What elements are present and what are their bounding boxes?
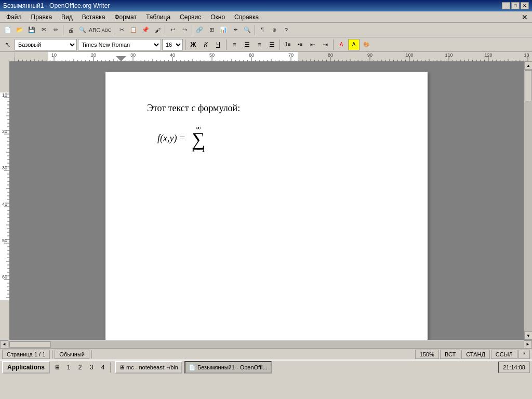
mc-icon: 🖥 [119, 364, 125, 370]
taskbar-time: 21:14:08 [498, 362, 530, 373]
save-button[interactable]: 💾 [26, 24, 37, 36]
numbering-button[interactable]: 1≡ [282, 39, 294, 50]
scroll-down-button[interactable]: ▼ [524, 331, 532, 340]
maximize-button[interactable]: □ [511, 2, 520, 9]
document-area[interactable]: Этот текст с формулой: f(x,y) = ∞ ∑ x = … [9, 61, 524, 340]
scroll-thumb-h[interactable] [9, 341, 51, 348]
autocorrect-button[interactable]: ABC [101, 24, 112, 36]
page-info: Страница 1 / 1 [2, 350, 50, 359]
format-paint-button[interactable]: 🖌 [152, 24, 163, 36]
scroll-thumb-v[interactable] [525, 70, 532, 101]
hyperlink-button[interactable]: 🔗 [194, 24, 205, 36]
copy-button[interactable]: 📋 [128, 24, 139, 36]
mc-label: mc - notebeast:~/bin [126, 364, 178, 370]
redo-button[interactable]: ↪ [179, 24, 190, 36]
document-page[interactable]: Этот текст с формулой: f(x,y) = ∞ ∑ x = … [105, 72, 428, 340]
tb1-sep3 [165, 25, 165, 35]
edit-doc-button[interactable]: ✏ [50, 24, 61, 36]
formula-function: f(x,y) = [157, 133, 185, 144]
font-color-button[interactable]: A [336, 39, 347, 50]
new-button[interactable]: 📄 [2, 24, 14, 36]
menu-help[interactable]: Справка [230, 12, 263, 22]
selection-mode[interactable]: СТАНД [461, 350, 490, 359]
zoom-info[interactable]: 150% [415, 350, 439, 359]
menu-window[interactable]: Окно [206, 12, 229, 22]
quick-launch-bar: 🖥 1 2 3 4 [52, 362, 111, 373]
nonprinting-button[interactable]: ¶ [257, 24, 268, 36]
italic-button[interactable]: К [200, 39, 211, 50]
ql-3[interactable]: 3 [86, 362, 97, 373]
background-color-button[interactable]: 🎨 [361, 39, 372, 50]
menu-edit[interactable]: Правка [27, 12, 57, 22]
scroll-track-h[interactable] [8, 341, 524, 348]
document-text: Этот текст с формулой: [147, 103, 386, 114]
paste-button[interactable]: 📌 [140, 24, 151, 36]
underline-button[interactable]: Ч [212, 39, 224, 50]
draw-button[interactable]: ✒ [230, 24, 241, 36]
preview-button[interactable]: 🔍 [77, 24, 88, 36]
menu-insert[interactable]: Вставка [78, 12, 110, 22]
hyperlink-mode[interactable]: ССЫЛ [491, 350, 517, 359]
main-area: Этот текст с формулой: f(x,y) = ∞ ∑ x = … [0, 61, 532, 340]
writer-label: Безымянный1 - OpenOffi... [197, 364, 268, 370]
table-button[interactable]: ⊞ [206, 24, 217, 36]
scroll-right-button[interactable]: ► [524, 340, 532, 349]
align-right-button[interactable]: ≡ [254, 39, 265, 50]
scrollbar-vertical: ▲ ▼ [524, 61, 532, 340]
align-center-button[interactable]: ☰ [241, 39, 252, 50]
extra-status: * [518, 350, 530, 359]
menu-view[interactable]: Вид [57, 12, 77, 22]
tb2-sep2 [226, 39, 227, 50]
print-button[interactable]: 🖨 [65, 24, 76, 36]
cut-button[interactable]: ✂ [116, 24, 127, 36]
insert-mode[interactable]: ВСТ [440, 350, 460, 359]
highlight-button[interactable]: A [348, 39, 360, 50]
toolbar2: ↖ Базовый Times New Roman 16 Ж К Ч ≡ ☰ ≡… [0, 37, 532, 52]
cursor-icon: ↖ [2, 39, 14, 50]
open-button[interactable]: 📂 [14, 24, 25, 36]
spellcheck-button[interactable]: ABC [89, 24, 100, 36]
menu-table[interactable]: Таблица [142, 12, 175, 22]
taskbar-writer[interactable]: 📄 Безымянный1 - OpenOffi... [184, 361, 272, 374]
chart-button[interactable]: 📊 [218, 24, 229, 36]
undo-button[interactable]: ↩ [167, 24, 178, 36]
ql-4[interactable]: 4 [98, 362, 108, 373]
tb1-sep2 [114, 25, 114, 35]
scroll-track-v[interactable] [524, 70, 532, 331]
tb2-sep1 [185, 39, 185, 50]
bold-button[interactable]: Ж [188, 39, 199, 50]
minimize-button[interactable]: _ [502, 2, 510, 9]
align-left-button[interactable]: ≡ [229, 39, 240, 50]
email-button[interactable]: ✉ [38, 24, 49, 36]
ql-desktop[interactable]: 🖥 [52, 362, 62, 373]
font-dropdown[interactable]: Times New Roman [78, 39, 161, 50]
increase-indent-button[interactable]: ⇥ [320, 39, 331, 50]
menu-file[interactable]: Файл [2, 12, 26, 22]
style-dropdown[interactable]: Базовый [15, 39, 77, 50]
app-close-icon[interactable]: ✕ [520, 13, 530, 21]
close-button[interactable]: ✕ [521, 2, 529, 9]
help-button[interactable]: ? [281, 24, 292, 36]
zoom-button[interactable]: ⊕ [269, 24, 280, 36]
status-sep2 [91, 350, 92, 358]
start-button[interactable]: Applications [2, 361, 50, 374]
start-label: Applications [7, 364, 45, 371]
ruler-vertical [0, 61, 9, 340]
find-button[interactable]: 🔍 [242, 24, 253, 36]
menubar: Файл Правка Вид Вставка Формат Таблица С… [0, 11, 532, 23]
scroll-up-button[interactable]: ▲ [524, 61, 532, 70]
decrease-indent-button[interactable]: ⇤ [307, 39, 318, 50]
sigma-bottom: x = 1 [192, 147, 205, 153]
ql-1[interactable]: 1 [63, 362, 74, 373]
menu-format[interactable]: Формат [110, 12, 141, 22]
sigma-symbol: ∞ ∑ x = 1 [192, 124, 205, 153]
size-dropdown[interactable]: 16 [162, 39, 183, 50]
ql-2[interactable]: 2 [75, 362, 85, 373]
bullets-button[interactable]: •≡ [295, 39, 306, 50]
menu-tools[interactable]: Сервис [176, 12, 205, 22]
tb1-sep4 [192, 25, 192, 35]
taskbar-mc[interactable]: 🖥 mc - notebeast:~/bin [115, 361, 182, 374]
scroll-left-button[interactable]: ◄ [0, 340, 8, 349]
justify-button[interactable]: ☰ [266, 39, 277, 50]
toolbar1: 📄 📂 💾 ✉ ✏ 🖨 🔍 ABC ABC ✂ 📋 📌 🖌 ↩ ↪ 🔗 ⊞ 📊 … [0, 23, 532, 37]
